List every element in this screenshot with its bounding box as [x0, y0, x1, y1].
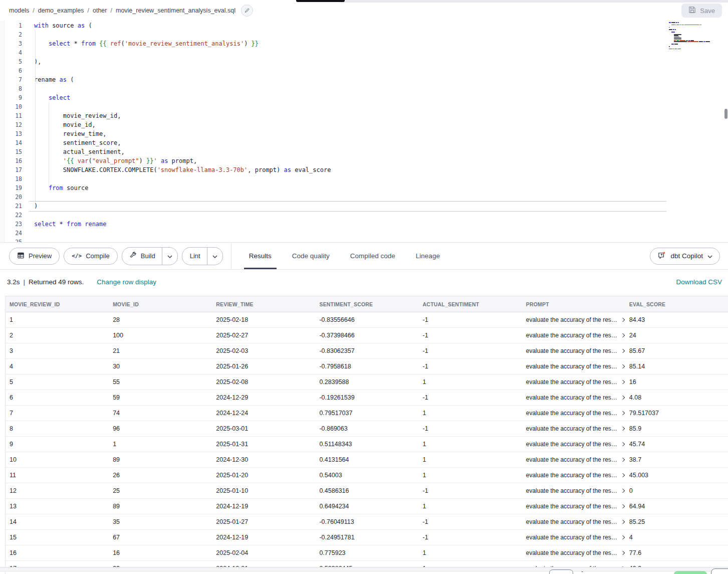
partial-bottom-button[interactable]	[711, 568, 728, 574]
column-header[interactable]: EVAL_SCORE	[625, 296, 728, 312]
code-line[interactable]: 23select * from rename	[0, 220, 728, 229]
table-row[interactable]: 11262025-01-200.540031evaluate the accur…	[6, 468, 728, 483]
column-header[interactable]: MOVIE_REVIEW_ID	[6, 296, 109, 312]
tab-code-quality[interactable]: Code quality	[291, 243, 331, 269]
expand-chevron-icon[interactable]	[621, 442, 625, 446]
code-line[interactable]: 7rename as (	[0, 75, 728, 84]
prompt-cell[interactable]: evaluate the accuracy of the res…	[522, 437, 625, 452]
column-header[interactable]: ACTUAL_SENTIMENT	[419, 296, 522, 312]
table-row[interactable]: 6592024-12-29-0.19261539-1evaluate the a…	[6, 390, 728, 406]
code-line[interactable]: 18	[0, 174, 728, 183]
table-row[interactable]: 3212025-02-03-0.83062357-1evaluate the a…	[6, 343, 728, 359]
breadcrumb-item[interactable]: models	[9, 7, 29, 14]
table-row[interactable]: 10892024-12-300.41315641evaluate the acc…	[6, 452, 728, 468]
expand-chevron-icon[interactable]	[621, 396, 625, 400]
prompt-cell[interactable]: evaluate the accuracy of the res…	[522, 483, 625, 499]
code-line[interactable]: 1with source as (	[0, 21, 728, 30]
code-line[interactable]: 16 '{{ var("eval_prompt") }}' as prompt,	[0, 156, 728, 165]
table-row[interactable]: 1282025-02-18-0.83556646-1evaluate the a…	[6, 312, 728, 328]
expand-chevron-icon[interactable]	[621, 364, 625, 368]
code-line[interactable]: 8	[0, 84, 728, 93]
breadcrumb-item[interactable]: other	[93, 7, 107, 14]
column-header[interactable]: PROMPT	[522, 296, 625, 312]
prompt-cell[interactable]: evaluate the accuracy of the res…	[522, 312, 625, 328]
code-line[interactable]: 6	[0, 66, 728, 75]
compile-button[interactable]: </> Compile	[64, 248, 118, 265]
breadcrumb-item[interactable]: demo_examples	[38, 7, 84, 14]
file-edit-icon[interactable]	[241, 5, 253, 17]
table-row[interactable]: 5552025-02-080.28395881evaluate the accu…	[6, 374, 728, 390]
tab-compiled-code[interactable]: Compiled code	[349, 243, 396, 269]
table-row[interactable]: 7742024-12-240.795170371evaluate the acc…	[6, 406, 728, 421]
expand-chevron-icon[interactable]	[621, 411, 625, 415]
breadcrumb-item[interactable]: movie_review_sentiment_analysis_eval.sql	[116, 7, 235, 14]
prompt-cell[interactable]: evaluate the accuracy of the res…	[522, 452, 625, 468]
prompt-cell[interactable]: evaluate the accuracy of the res…	[522, 530, 625, 545]
expand-chevron-icon[interactable]	[621, 318, 625, 322]
table-row[interactable]: 4302025-01-26-0.7958618-1evaluate the ac…	[6, 359, 728, 374]
code-line[interactable]: 15 actual_sentiment,	[0, 147, 728, 156]
build-button[interactable]: Build	[122, 248, 162, 265]
code-line[interactable]: 5),	[0, 57, 728, 66]
download-csv-link[interactable]: Download CSV	[676, 278, 722, 286]
table-row[interactable]: 16162025-02-040.7759231evaluate the accu…	[6, 545, 728, 561]
code-line[interactable]: 4	[0, 48, 728, 57]
table-row[interactable]: 13892024-12-190.64942341evaluate the acc…	[6, 499, 728, 514]
expand-chevron-icon[interactable]	[621, 551, 625, 555]
prompt-cell[interactable]: evaluate the accuracy of the res…	[522, 545, 625, 561]
lint-dropdown-toggle[interactable]	[207, 248, 222, 265]
prompt-cell[interactable]: evaluate the accuracy of the res…	[522, 374, 625, 390]
table-row[interactable]: 12252025-01-100.4586316-1evaluate the ac…	[6, 483, 728, 499]
partial-bottom-button[interactable]	[549, 569, 573, 574]
table-row[interactable]: 15672024-12-19-0.24951781-1evaluate the …	[6, 530, 728, 545]
code-line[interactable]: 25	[0, 238, 728, 242]
editor-scrollbar[interactable]	[724, 109, 727, 119]
expand-chevron-icon[interactable]	[621, 520, 625, 524]
code-line[interactable]: 14 sentiment_score,	[0, 138, 728, 147]
code-line[interactable]: 11 movie_review_id,	[0, 111, 728, 120]
prompt-cell[interactable]: evaluate the accuracy of the res…	[522, 328, 625, 343]
preview-button[interactable]: Preview	[9, 248, 60, 265]
code-line[interactable]: 24	[0, 229, 728, 238]
expand-chevron-icon[interactable]	[621, 489, 625, 493]
expand-chevron-icon[interactable]	[621, 504, 625, 508]
expand-chevron-icon[interactable]	[621, 349, 625, 353]
dbt-copilot-button[interactable]: dbt Copilot	[650, 248, 720, 265]
code-line[interactable]: 21)	[0, 202, 728, 211]
save-button[interactable]: Save	[681, 4, 722, 18]
editor-minimap[interactable]	[669, 22, 718, 51]
code-line[interactable]: 9 select	[0, 93, 728, 102]
expand-chevron-icon[interactable]	[621, 333, 625, 337]
code-line[interactable]: 10	[0, 102, 728, 111]
prompt-cell[interactable]: evaluate the accuracy of the res…	[522, 421, 625, 437]
column-header[interactable]: MOVIE_ID	[109, 296, 212, 312]
tab-lineage[interactable]: Lineage	[415, 243, 441, 269]
code-line[interactable]: 12 movie_id,	[0, 120, 728, 129]
code-line[interactable]: 3 select * from {{ ref('movie_review_sen…	[0, 39, 728, 48]
expand-chevron-icon[interactable]	[621, 473, 625, 477]
expand-chevron-icon[interactable]	[621, 380, 625, 384]
change-row-display-link[interactable]: Change row display	[97, 278, 156, 286]
column-header[interactable]: SENTIMENT_SCORE	[315, 296, 418, 312]
code-line[interactable]: 17 SNOWFLAKE.CORTEX.COMPLETE('snowflake-…	[0, 165, 728, 174]
tab-results[interactable]: Results	[248, 243, 273, 269]
code-line[interactable]: 13 review_time,	[0, 129, 728, 138]
expand-chevron-icon[interactable]	[621, 535, 625, 539]
build-dropdown-toggle[interactable]	[162, 248, 177, 265]
prompt-cell[interactable]: evaluate the accuracy of the res…	[522, 406, 625, 421]
prompt-cell[interactable]: evaluate the accuracy of the res…	[522, 343, 625, 359]
prompt-cell[interactable]: evaluate the accuracy of the res…	[522, 468, 625, 483]
code-line[interactable]: 19 from source	[0, 183, 728, 193]
prompt-cell[interactable]: evaluate the accuracy of the res…	[522, 514, 625, 530]
column-header[interactable]: REVIEW_TIME	[212, 296, 315, 312]
prompt-cell[interactable]: evaluate the accuracy of the res…	[522, 359, 625, 374]
partial-green-pill-button[interactable]	[674, 571, 707, 574]
code-editor[interactable]: 1with source as (23 select * from {{ ref…	[0, 21, 728, 242]
prompt-cell[interactable]: evaluate the accuracy of the res…	[522, 499, 625, 514]
table-row[interactable]: 8962025-03-01-0.869063-1evaluate the acc…	[6, 421, 728, 437]
expand-chevron-icon[interactable]	[621, 427, 625, 431]
code-line[interactable]: 2	[0, 30, 728, 39]
lint-button[interactable]: Lint	[182, 248, 207, 265]
table-row[interactable]: 21002025-02-27-0.37398466-1evaluate the …	[6, 328, 728, 343]
code-line[interactable]: 20	[0, 193, 728, 202]
